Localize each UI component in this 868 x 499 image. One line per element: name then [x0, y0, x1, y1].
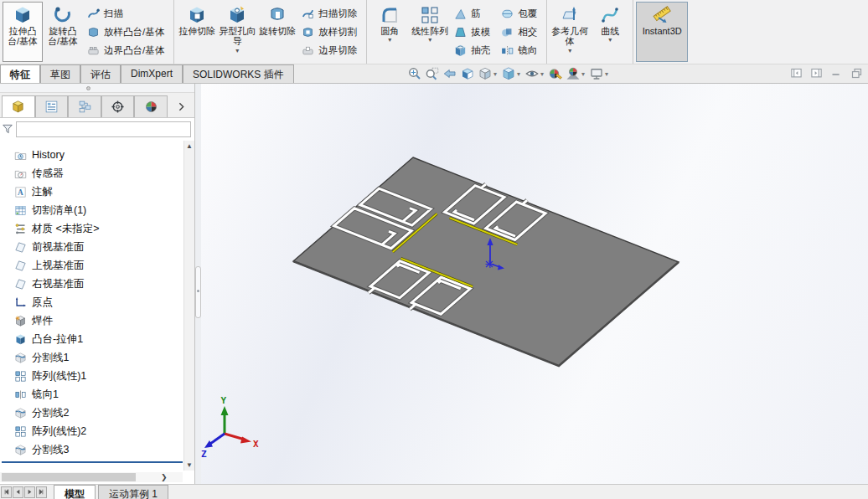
previous-view-button[interactable]: [442, 66, 458, 81]
draft-button[interactable]: 拔模: [452, 23, 495, 41]
tree-filter-input[interactable]: [16, 121, 191, 137]
tree-item-history[interactable]: History: [0, 146, 194, 164]
display-style-button[interactable]: ▾: [500, 66, 523, 81]
tree-item-weldment[interactable]: 焊件: [0, 311, 194, 330]
tab-dimxpert[interactable]: DimXpert: [121, 64, 183, 83]
lofted-cut-button[interactable]: 放样切割: [299, 23, 362, 41]
tree-item-splitline3[interactable]: 分割线3: [0, 440, 194, 459]
dropdown-arrow[interactable]: ▾: [540, 70, 544, 78]
tree-item-splitline2[interactable]: 分割线2: [0, 404, 194, 422]
dropdown-arrow[interactable]: ▾: [428, 37, 431, 44]
tree-item-annotations[interactable]: A注解: [0, 183, 194, 201]
dropdown-arrow[interactable]: ▾: [568, 48, 571, 54]
wrap-button[interactable]: 包覆: [499, 4, 542, 23]
scroll-down-arrow[interactable]: ▼: [186, 460, 193, 471]
shell-button[interactable]: 抽壳: [452, 41, 495, 59]
study-nav-prev-button[interactable]: [13, 486, 23, 498]
section-view-button[interactable]: [459, 66, 476, 81]
tree-item-cutlist[interactable]: 切割清单(1): [0, 201, 194, 219]
tree-item-pattern2[interactable]: 阵列(线性)2: [0, 422, 194, 440]
tree-item-sensors[interactable]: 传感器: [0, 164, 194, 183]
boundary-boss-base-button[interactable]: 边界凸台/基体: [85, 41, 169, 59]
panel-grip[interactable]: [0, 84, 194, 93]
tree-item-label: 镜向1: [32, 388, 59, 402]
dimxpertmanager-tab[interactable]: [101, 95, 135, 117]
apply-scene-button[interactable]: ▾: [565, 66, 587, 81]
extruded-cut-button[interactable]: 拉伸切除: [177, 2, 217, 62]
tab-evaluate[interactable]: 评估: [80, 64, 121, 83]
collapse-right-pane-button[interactable]: [810, 67, 823, 80]
graphics-area[interactable]: Y X Z: [201, 84, 868, 484]
configurationmanager-tab[interactable]: [68, 95, 101, 117]
tree-item-top-plane[interactable]: 上视基准面: [0, 256, 194, 275]
tree-vertical-scrollbar[interactable]: ▲ ▼: [183, 141, 194, 471]
panel-collapse-handle[interactable]: [195, 266, 201, 318]
tree-item-mirror1[interactable]: 镜向1: [0, 385, 194, 404]
button-label: 筋: [471, 8, 481, 20]
button-label: 边界切除: [318, 44, 357, 57]
rib-button[interactable]: 筋: [452, 4, 495, 23]
featuremanager-tab[interactable]: [2, 95, 35, 117]
edit-appearance-button[interactable]: [547, 66, 564, 81]
mirror-button[interactable]: 镜向: [499, 41, 542, 59]
dropdown-arrow[interactable]: ▾: [581, 70, 585, 78]
study-nav-first-button[interactable]: [1, 486, 12, 498]
dropdown-arrow[interactable]: ▾: [605, 70, 608, 78]
view-settings-button[interactable]: ▾: [588, 66, 611, 81]
displaymanager-tab[interactable]: [134, 95, 168, 117]
lofted-boss-base-button[interactable]: 放样凸台/基体: [85, 23, 169, 41]
tree-item-pattern1[interactable]: 阵列(线性)1: [0, 367, 194, 385]
dropdown-arrow[interactable]: ▾: [517, 70, 520, 78]
button-label: 曲线: [601, 26, 619, 36]
study-nav-last-button[interactable]: [36, 486, 47, 498]
model-tab[interactable]: 模型: [54, 485, 96, 499]
tree-item-right-plane[interactable]: 右视基准面: [0, 275, 194, 293]
revolved-boss-base-button[interactable]: 旋转凸台/基体: [43, 2, 83, 62]
tree-item-front-plane[interactable]: 前视基准面: [0, 238, 194, 256]
panel-flyout-tab[interactable]: [168, 95, 194, 117]
dropdown-arrow[interactable]: ▾: [493, 70, 497, 78]
hscroll-thumb[interactable]: [2, 473, 136, 481]
reference-geometry-button[interactable]: 参考几何体▾: [550, 2, 590, 62]
ribbon-group: Instant3D: [633, 0, 690, 64]
motion-study-tab[interactable]: 运动算例 1: [98, 485, 168, 499]
dropdown-arrow[interactable]: ▾: [235, 48, 239, 54]
tree-item-origin[interactable]: 原点: [0, 293, 194, 311]
tree-item-boss-extrude1[interactable]: 凸台-拉伸1: [0, 330, 194, 348]
dropdown-arrow[interactable]: ▾: [608, 37, 612, 44]
zoom-to-fit-button[interactable]: [406, 66, 423, 81]
cutloft-icon: [301, 25, 315, 39]
tab-sketch[interactable]: 草图: [40, 64, 80, 83]
tree-item-material[interactable]: 材质 <未指定>: [0, 219, 194, 238]
tree-horizontal-scrollbar[interactable]: ❯: [0, 472, 183, 482]
hscroll-right-arrow[interactable]: ❯: [161, 473, 168, 481]
hole-wizard-button[interactable]: 异型孔向导▾: [217, 2, 257, 62]
study-nav-next-button[interactable]: [24, 486, 35, 498]
panel-splitter[interactable]: [195, 84, 201, 484]
extruded-boss-base-button[interactable]: 拉伸凸台/基体: [3, 2, 43, 62]
rollback-bar[interactable]: [2, 461, 183, 463]
instant3d-button[interactable]: Instant3D: [636, 2, 688, 62]
tab-features[interactable]: 特征: [0, 64, 40, 83]
curves-button[interactable]: 曲线▾: [590, 2, 630, 62]
swept-cut-button[interactable]: 扫描切除: [299, 4, 362, 23]
tab-solidworks-addins[interactable]: SOLIDWORKS 插件: [183, 64, 294, 83]
propertymanager-tab[interactable]: [35, 95, 69, 117]
scroll-up-arrow[interactable]: ▲: [186, 141, 193, 152]
dropdown-arrow[interactable]: ▾: [388, 37, 391, 44]
minimize-button[interactable]: [830, 67, 843, 80]
boundary-cut-button[interactable]: 边界切除: [299, 41, 362, 59]
zoom-to-area-button[interactable]: [424, 66, 441, 81]
mirrorT-icon: [14, 388, 27, 401]
revolved-cut-button[interactable]: 旋转切除: [257, 2, 297, 62]
fillet-button[interactable]: 圆角▾: [369, 2, 410, 62]
collapse-left-pane-button[interactable]: [790, 67, 803, 80]
restore-button[interactable]: [850, 67, 863, 80]
linear-pattern-button[interactable]: 线性阵列▾: [410, 2, 450, 62]
hide-show-items-button[interactable]: ▾: [524, 66, 546, 81]
swept-boss-base-button[interactable]: 扫描: [85, 4, 169, 23]
view-orientation-button[interactable]: ▾: [477, 66, 499, 81]
intersect-button[interactable]: 相交: [499, 23, 542, 41]
cutlist-icon: [14, 204, 27, 217]
tree-item-splitline1[interactable]: 分割线1: [0, 348, 194, 367]
